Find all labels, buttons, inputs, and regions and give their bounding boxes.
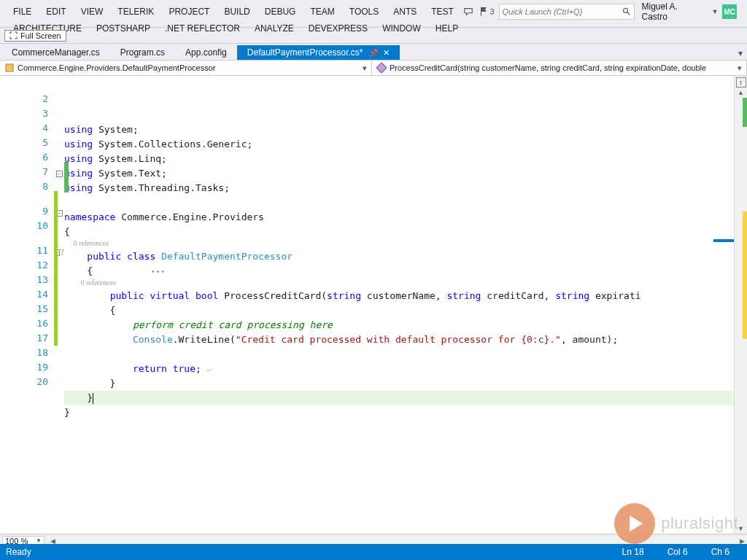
code-line[interactable]: 0 references	[64, 279, 734, 289]
chevron-down-icon[interactable]: ▼	[712, 8, 719, 15]
code-line[interactable]: {	[64, 225, 734, 239]
svg-point-0	[623, 9, 627, 13]
code-editor[interactable]: 234567891011121314151617181920 −−− 7 usi…	[0, 76, 747, 534]
tabs-overflow-button[interactable]: ▾	[734, 47, 747, 60]
fold-toggle[interactable]: −	[56, 171, 63, 177]
member-navigator[interactable]: ProcessCreditCard(string customerName, s…	[372, 61, 747, 75]
code-surface[interactable]: using System;using System.Collections.Ge…	[64, 76, 734, 534]
tab-label: DefaultPaymentProcessor.cs*	[247, 47, 363, 58]
code-line[interactable]: }	[64, 376, 734, 391]
tab-appconfig[interactable]: App.config	[175, 45, 237, 60]
navigation-bar: Commerce.Engine.Providers.DefaultPayment…	[0, 60, 747, 76]
code-line[interactable]: public class DefaultPaymentProcessor	[64, 249, 734, 264]
chevron-down-icon: ▼	[36, 537, 42, 544]
line-number: 15	[0, 303, 54, 318]
close-icon[interactable]: ✕	[384, 50, 390, 55]
menu-test[interactable]: TEST	[424, 5, 461, 18]
scroll-left-arrow[interactable]: ◀	[47, 537, 58, 545]
tab-label: App.config	[185, 47, 227, 58]
vertical-scrollbar[interactable]: ↕ ▲ ▼	[734, 76, 747, 534]
status-ready: Ready	[6, 547, 31, 557]
type-navigator[interactable]: Commerce.Engine.Providers.DefaultPayment…	[0, 61, 372, 75]
scroll-up-arrow[interactable]: ▲	[735, 89, 747, 96]
code-line[interactable]: using System.Threading.Tasks;	[64, 181, 734, 195]
feedback-icon[interactable]	[461, 5, 476, 18]
code-line[interactable]: { •••	[64, 264, 734, 279]
code-line[interactable]: using System.Linq;	[64, 152, 734, 166]
code-line[interactable]: 0 references	[64, 239, 734, 249]
method-icon	[376, 63, 387, 73]
menu-window[interactable]: WINDOW	[375, 22, 428, 35]
chevron-down-icon: ▾	[363, 63, 367, 73]
menu-project[interactable]: PROJECT	[161, 5, 217, 18]
menu-debug[interactable]: DEBUG	[258, 5, 303, 18]
line-number: 7	[0, 166, 54, 181]
split-handle[interactable]: ↕	[736, 77, 746, 88]
search-icon	[622, 7, 631, 16]
quick-launch-input[interactable]	[503, 7, 619, 16]
main-menu-bar: FILEEDITVIEWTELERIKPROJECTBUILDDEBUGTEAM…	[0, 0, 747, 28]
menu-help[interactable]: HELP	[428, 22, 465, 35]
status-column: Col 6	[656, 547, 700, 557]
scroll-right-arrow[interactable]: ▶	[737, 537, 747, 545]
codelens-references[interactable]: 0 references	[64, 238, 109, 249]
line-number: 11	[0, 245, 54, 260]
notifications-flag[interactable]: 3	[479, 7, 494, 17]
line-overflow-indicator	[713, 239, 734, 242]
line-number: 6	[0, 152, 54, 166]
line-number	[0, 79, 54, 93]
menu-ants[interactable]: ANTS	[386, 5, 424, 18]
line-number: 5	[0, 137, 54, 152]
code-line[interactable]: using System.Collections.Generic;	[64, 137, 734, 152]
code-line[interactable]: {	[64, 303, 734, 318]
code-line[interactable]: }	[64, 391, 734, 405]
menu-view[interactable]: VIEW	[74, 5, 111, 18]
line-number	[0, 235, 54, 245]
menu-team[interactable]: TEAM	[303, 5, 341, 18]
code-line[interactable]	[64, 195, 734, 210]
line-number: 9	[0, 206, 54, 220]
line-number: 4	[0, 122, 54, 137]
line-number	[0, 195, 54, 206]
menu-postsharp[interactable]: POSTSHARP	[89, 22, 158, 35]
menu-edit[interactable]: EDIT	[39, 5, 73, 18]
type-navigator-text: Commerce.Engine.Providers.DefaultPayment…	[18, 63, 215, 72]
menu-build[interactable]: BUILD	[217, 5, 257, 18]
code-line[interactable]: perform credit card processing here	[64, 318, 734, 332]
menu--net-reflector[interactable]: .NET REFLECTOR	[158, 22, 247, 35]
code-line[interactable]	[64, 420, 734, 435]
notification-count: 3	[489, 7, 494, 16]
code-line[interactable]: public virtual bool ProcessCreditCard(st…	[64, 289, 734, 303]
codelens-references[interactable]: 0 references	[64, 278, 116, 288]
menu-file[interactable]: FILE	[6, 5, 39, 18]
code-line[interactable]	[64, 347, 734, 362]
menu-devexpress[interactable]: DEVEXPRESS	[301, 22, 375, 35]
menu-analyze[interactable]: ANALYZE	[247, 22, 301, 35]
code-line[interactable]: }	[64, 405, 734, 420]
line-number-gutter: 234567891011121314151617181920	[0, 76, 54, 534]
status-bar: Ready Ln 18 Col 6 Ch 6	[0, 544, 747, 560]
tab-programcs[interactable]: Program.cs	[110, 45, 175, 60]
signed-in-user[interactable]: Miguel A. Castro	[639, 1, 708, 22]
svg-rect-3	[376, 63, 387, 73]
code-line[interactable]: Console.WriteLine("Credit card processed…	[64, 332, 734, 347]
text-caret	[93, 393, 93, 404]
menu-telerik[interactable]: TELERIK	[110, 5, 161, 18]
tab-commercemanagercs[interactable]: CommerceManager.cs	[1, 45, 110, 60]
pin-icon[interactable]: 📌	[371, 50, 376, 55]
quick-launch-box[interactable]	[499, 4, 635, 20]
code-line[interactable]: return true; ↵	[64, 362, 734, 376]
line-number: 13	[0, 274, 54, 289]
svg-rect-2	[6, 64, 13, 71]
status-char: Ch 6	[700, 547, 741, 557]
brand-text: pluralsight	[661, 514, 738, 533]
code-line[interactable]: using System.Text;	[64, 166, 734, 181]
code-line[interactable]: namespace Commerce.Engine.Providers	[64, 210, 734, 225]
menu-tools[interactable]: TOOLS	[342, 5, 386, 18]
user-avatar-badge[interactable]: MC	[722, 4, 737, 19]
chevron-down-icon: ▾	[738, 63, 742, 73]
status-line: Ln 18	[611, 547, 656, 557]
tab-defaultpaymentprocessorcs[interactable]: DefaultPaymentProcessor.cs*📌✕	[237, 45, 400, 60]
full-screen-button[interactable]: Full Screen	[4, 30, 66, 42]
code-line[interactable]: using System;	[64, 122, 734, 137]
